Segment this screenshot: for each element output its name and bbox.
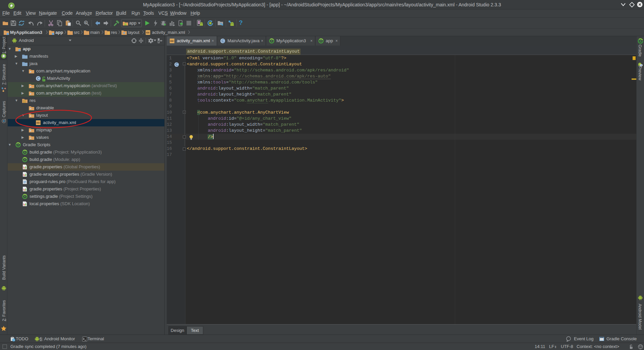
svg-text:A: A bbox=[85, 21, 87, 24]
svg-text:<>: <> bbox=[146, 32, 149, 34]
